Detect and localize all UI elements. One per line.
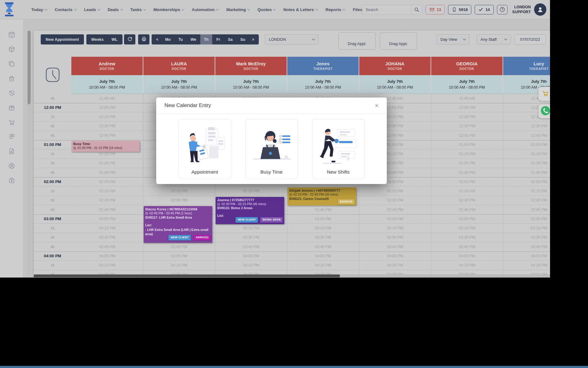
nav-item-memberships[interactable]: Memberships	[153, 7, 184, 12]
calendar-slot[interactable]: 03:00 PM	[503, 215, 550, 224]
calendar-slot[interactable]: 01:30 PM	[431, 159, 503, 168]
calendar-slot[interactable]: 02:30 PM	[143, 196, 215, 205]
nav-item-tasks[interactable]: Tasks	[130, 7, 145, 12]
calendar-slot[interactable]: 04:15 PM	[503, 261, 550, 270]
calendar-slot[interactable]: 12:00 PM	[71, 103, 143, 112]
drag-appt-slot-1[interactable]: Drag Appt.	[338, 32, 376, 50]
whatsapp-quick-button[interactable]	[538, 104, 550, 118]
vertical-scrollbar-thumb[interactable]	[28, 31, 31, 104]
cart-icon[interactable]	[8, 118, 15, 126]
calendar-slot[interactable]: 12:30 PM	[431, 122, 503, 131]
calendar-slot[interactable]: 03:00 PM	[431, 215, 503, 224]
calendar-slot[interactable]: 03:30 PM	[287, 233, 359, 242]
calendar-slot[interactable]: 02:15 PM	[71, 186, 143, 196]
day-button-we[interactable]: We	[187, 34, 200, 44]
calendar-slot[interactable]: 02:15 PM	[503, 186, 550, 196]
avatar[interactable]	[534, 3, 546, 16]
calendar-slot[interactable]: 02:00 PM	[503, 178, 550, 186]
case-lock-icon[interactable]	[8, 177, 15, 184]
calendar-slot[interactable]: 01:15 PM	[503, 149, 550, 159]
waitlist-button[interactable]: WL	[107, 34, 123, 44]
day-button-fr[interactable]: Fr	[213, 34, 224, 44]
calendar-slot[interactable]: 12:15 PM	[431, 112, 503, 121]
horizontal-scrollbar[interactable]	[34, 274, 550, 277]
account-icon[interactable]	[8, 162, 15, 170]
calendar-slot[interactable]: 03:45 PM	[359, 242, 431, 251]
calendar-slot[interactable]: 03:45 PM	[287, 242, 359, 251]
mail-badge[interactable]: 13	[426, 5, 445, 14]
tasks-badge[interactable]: 14	[475, 5, 493, 14]
calendar-slot[interactable]: 11:45 AM	[431, 94, 503, 103]
calendar-slot[interactable]: 01:45 PM	[71, 168, 143, 177]
calendar-slot[interactable]: 03:30 PM	[359, 233, 431, 242]
payment-icon[interactable]	[8, 133, 15, 140]
calendar-slot[interactable]: 01:30 PM	[503, 159, 550, 168]
calendar-slot[interactable]: 04:00 PM	[71, 252, 143, 261]
calendar-slot[interactable]: 04:15 PM	[71, 261, 143, 270]
calendar-slot[interactable]: 03:30 PM	[503, 233, 550, 242]
shopping-bag-icon[interactable]	[8, 75, 15, 82]
calendar-slot[interactable]: 04:00 PM	[359, 252, 431, 261]
calendar-slot[interactable]: 02:00 PM	[431, 178, 503, 186]
calendar-slot[interactable]: 02:00 PM	[71, 178, 143, 186]
calendar-icon[interactable]: 12	[8, 31, 15, 38]
calendar-slot[interactable]: 12:15 PM	[71, 112, 143, 121]
next-day-button[interactable]: >	[249, 34, 257, 44]
calendar-slot[interactable]: 03:30 PM	[215, 233, 287, 242]
staff-column-header[interactable]: AndrewDOCTOR	[71, 57, 143, 75]
staff-column-header[interactable]: JonesTHERAPIST	[287, 57, 359, 75]
calendar-slot[interactable]: 04:00 PM	[143, 252, 215, 261]
calendar-slot[interactable]: 02:45 PM	[503, 205, 550, 214]
calendar-slot[interactable]: 04:15 PM	[287, 261, 359, 270]
horizontal-scrollbar-thumb[interactable]	[34, 274, 340, 277]
history-icon[interactable]	[8, 89, 15, 97]
calendar-slot[interactable]: 03:45 PM	[431, 242, 503, 251]
gift-icon[interactable]	[8, 104, 15, 111]
calendar-slot[interactable]: 03:15 PM	[71, 224, 143, 233]
staff-select[interactable]: Any Staff	[477, 34, 511, 44]
staff-column-header[interactable]: GEORGIADOCTOR	[431, 57, 503, 75]
nav-item-quotes[interactable]: Quotes	[258, 7, 276, 12]
calendar-slot[interactable]: 12:00 PM	[431, 103, 503, 112]
calendar-slot[interactable]: 03:15 PM	[503, 224, 550, 233]
calendar-slot[interactable]: 04:00 PM	[287, 252, 359, 261]
report-icon[interactable]	[8, 148, 15, 155]
calendar-slot[interactable]: 12:45 PM	[71, 131, 143, 140]
brand-logo-icon[interactable]	[3, 2, 16, 17]
prev-day-button[interactable]: <	[153, 34, 161, 44]
staff-column-header[interactable]: JOHANADOCTOR	[359, 57, 431, 75]
calendar-slot[interactable]: 01:45 PM	[431, 168, 503, 177]
modal-option-busy-time[interactable]: Busy Time	[245, 119, 298, 179]
calendar-slot[interactable]: 12:45 PM	[431, 131, 503, 140]
calendar-slot[interactable]: 03:45 PM	[71, 242, 143, 251]
calendar-slot[interactable]: 02:45 PM	[287, 205, 359, 214]
calendar-slot[interactable]: 03:45 PM	[215, 242, 287, 251]
staff-column-header[interactable]: LucyTHERAPIST	[503, 57, 550, 75]
calendar-slot[interactable]: 03:15 PM	[359, 224, 431, 233]
new-appointment-button[interactable]: New Appointment	[41, 34, 84, 44]
calendar-slot[interactable]: 03:00 PM	[287, 215, 359, 224]
calendar-slot[interactable]: 01:15 PM	[431, 149, 503, 159]
help-icon[interactable]	[497, 5, 507, 14]
calendar-slot[interactable]: 11:45 AM	[71, 94, 143, 103]
drag-appt-slot-2[interactable]: Drag Appt.	[380, 32, 417, 50]
calendar-slot[interactable]: 02:30 PM	[431, 196, 503, 205]
nav-item-marketing[interactable]: Marketing	[226, 7, 250, 12]
calendar-slot[interactable]: 02:15 PM	[143, 186, 215, 196]
nav-item-files[interactable]: Files	[353, 7, 362, 12]
calendar-slot[interactable]: 03:45 PM	[143, 242, 215, 251]
staff-column-header[interactable]: Mark McElroyDOCTOR	[215, 57, 287, 75]
day-button-th[interactable]: Th	[200, 34, 212, 44]
search-icon[interactable]	[411, 5, 422, 14]
phone-badge[interactable]: 5918	[448, 5, 471, 14]
modal-option-appointment[interactable]: Appointment	[179, 119, 231, 179]
calendar-slot[interactable]: 03:00 PM	[359, 215, 431, 224]
calendar-slot[interactable]: 01:30 PM	[71, 159, 143, 168]
calendar-slot[interactable]: 02:45 PM	[71, 205, 143, 214]
search-input[interactable]	[363, 7, 411, 12]
calendar-slot[interactable]: 04:15 PM	[359, 261, 431, 270]
appointment-block[interactable]: Stacey Korey | 06789543212345602:45 PM -…	[144, 206, 212, 243]
calendar-slot[interactable]: 03:45 PM	[503, 242, 550, 251]
calendar-slot[interactable]: 04:00 PM	[503, 252, 550, 261]
calendar-slot[interactable]: 02:45 PM	[359, 205, 431, 214]
